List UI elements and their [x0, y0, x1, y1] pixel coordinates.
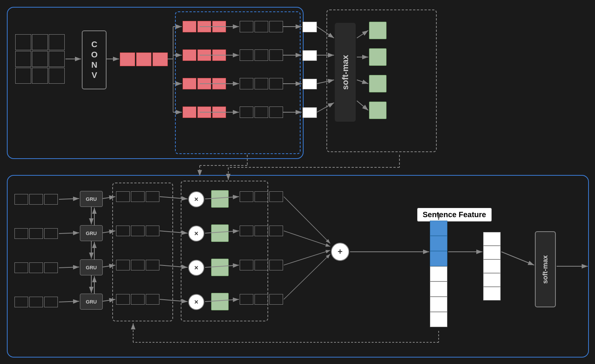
- grid-cell: [15, 68, 31, 84]
- conv-label: CONV: [89, 40, 99, 81]
- gru-1: GRU: [80, 191, 103, 207]
- white-sq-2: [302, 50, 317, 61]
- empty-row-4: [240, 106, 283, 118]
- multiply-circle-2: ×: [188, 226, 204, 242]
- gru-4: GRU: [80, 294, 103, 310]
- bottom-input-row-4: [14, 297, 58, 307]
- grid-cell: [32, 51, 48, 67]
- weighted-out-row-2: [240, 226, 283, 236]
- pink-row-1: [183, 21, 226, 32]
- grid-cell: [49, 68, 65, 84]
- weighted-out-row-1: [240, 191, 283, 202]
- gru-2: GRU: [80, 225, 103, 241]
- weighted-out-row-4: [240, 294, 283, 305]
- bottom-green-sq-4: [211, 293, 229, 310]
- bottom-green-sq-2: [211, 224, 229, 242]
- empty-row-2: [240, 49, 283, 61]
- output-bar: [483, 232, 501, 300]
- main-container: CONV: [0, 0, 595, 364]
- empty-row-3: [240, 78, 283, 89]
- bottom-input-row-2: [14, 228, 58, 239]
- grid-cell: [15, 51, 31, 67]
- white-sq-1: [302, 22, 317, 32]
- pink-row-2: [183, 49, 226, 61]
- gru-3: GRU: [80, 259, 103, 275]
- white-sq-3: [302, 79, 317, 89]
- pink-row-3: [183, 78, 226, 89]
- green-sq-3: [369, 75, 387, 92]
- plus-circle: +: [331, 243, 349, 261]
- grid-cell: [49, 34, 65, 50]
- bottom-green-sq-1: [211, 190, 229, 208]
- grid-cell: [15, 34, 31, 50]
- pink-feature-bar: [120, 52, 168, 66]
- gru-out-row-2: [116, 226, 159, 236]
- sentence-feature-label: Sentence Feature: [417, 208, 492, 222]
- grid-cell: [32, 34, 48, 50]
- multiply-circle-4: ×: [188, 294, 204, 310]
- gru-out-row-3: [116, 260, 159, 270]
- green-sq-1: [369, 22, 387, 39]
- multiply-circle-1: ×: [188, 191, 204, 207]
- gru-out-row-4: [116, 294, 159, 305]
- bottom-green-sq-3: [211, 259, 229, 276]
- grid-cell: [32, 68, 48, 84]
- multiply-circle-3: ×: [188, 260, 204, 276]
- conv-block: CONV: [82, 30, 107, 89]
- sentence-feature-bar: [430, 221, 447, 327]
- white-sq-4: [302, 107, 317, 118]
- gru-out-row-1: [116, 191, 159, 202]
- pink-row-4: [183, 106, 226, 118]
- weighted-out-row-3: [240, 260, 283, 270]
- green-sq-2: [369, 48, 387, 66]
- bottom-softmax-label: soft-max: [535, 231, 556, 307]
- input-grid: [15, 34, 65, 84]
- grid-cell: [49, 51, 65, 67]
- bottom-input-row-1: [14, 194, 58, 205]
- empty-row-1: [240, 21, 283, 32]
- green-sq-4: [369, 102, 387, 119]
- bottom-input-row-3: [14, 262, 58, 273]
